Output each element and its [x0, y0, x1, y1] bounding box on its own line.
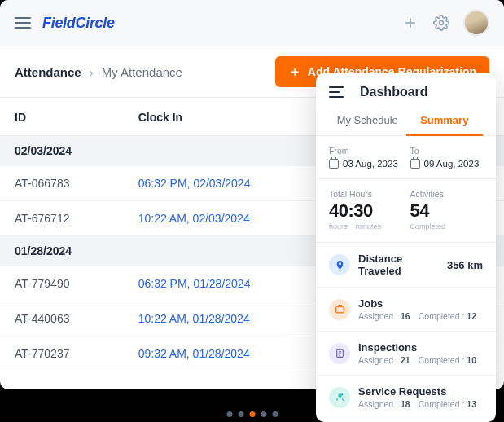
col-clock-in: Clock In	[124, 98, 331, 136]
breadcrumb: Attendance › My Attendance	[15, 65, 182, 79]
tab-my-schedule[interactable]: My Schedule	[329, 108, 406, 135]
clipboard-icon	[329, 343, 350, 364]
brand-logo: FieldCircle	[42, 15, 115, 32]
carousel-dots[interactable]	[226, 411, 278, 417]
briefcase-icon	[329, 299, 350, 320]
col-id: ID	[0, 98, 124, 136]
topbar: FieldCircle	[0, 0, 504, 46]
svg-rect-1	[335, 307, 344, 313]
dashboard-header: Dashboard	[316, 73, 496, 108]
calendar-icon	[329, 159, 339, 169]
topbar-right	[401, 10, 489, 36]
total-hours: Total Hours 40:30 hoursminutes	[329, 189, 402, 231]
tab-summary[interactable]: Summary	[406, 108, 484, 136]
menu-icon[interactable]	[15, 17, 31, 29]
topbar-left: FieldCircle	[15, 15, 115, 32]
calendar-icon	[410, 159, 420, 169]
gear-icon[interactable]	[432, 14, 450, 32]
svg-point-3	[338, 394, 340, 397]
stats-row: Total Hours 40:30 hoursminutes Activitie…	[316, 179, 496, 243]
support-icon	[329, 387, 350, 408]
svg-point-4	[341, 393, 343, 395]
chevron-right-icon: ›	[90, 65, 94, 79]
date-range: From 03 Aug, 2023 To 09 Aug, 2023	[316, 136, 496, 179]
svg-point-0	[440, 21, 444, 25]
breadcrumb-sub: My Attendance	[102, 65, 182, 79]
plus-icon[interactable]	[401, 14, 419, 32]
plus-icon: ＋	[288, 65, 301, 78]
service-requests-row[interactable]: Service Requests Assigned :18Completed :…	[316, 376, 496, 419]
menu-icon[interactable]	[329, 86, 344, 98]
distance-value: 356 km	[447, 259, 483, 271]
dashboard-panel: Dashboard My Schedule Summary From 03 Au…	[316, 73, 496, 422]
activities: Activities 54 Completed	[410, 189, 484, 231]
dashboard-title: Dashboard	[360, 85, 428, 99]
inspections-row[interactable]: Inspections Assigned :21Completed :10	[316, 332, 496, 376]
breadcrumb-main[interactable]: Attendance	[15, 65, 81, 79]
from-date-field[interactable]: From 03 Aug, 2023	[329, 146, 402, 169]
dashboard-tabs: My Schedule Summary	[316, 108, 496, 136]
distance-row: Distance Traveled 356 km	[316, 243, 496, 288]
to-date-field[interactable]: To 09 Aug, 2023	[410, 146, 484, 169]
jobs-row[interactable]: Jobs Assigned :16Completed :12	[316, 288, 496, 332]
avatar[interactable]	[463, 10, 489, 36]
location-icon	[329, 254, 350, 275]
